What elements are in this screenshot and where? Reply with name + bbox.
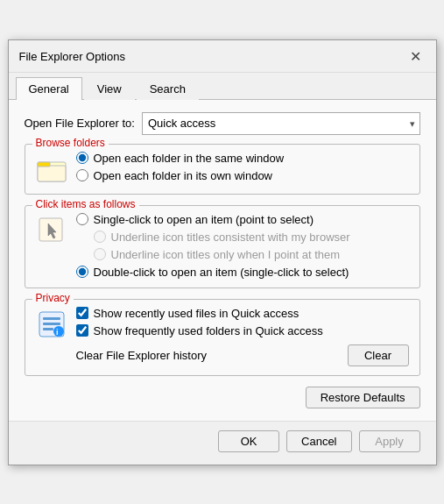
svg-point-9: [53, 326, 64, 337]
tab-view[interactable]: View: [84, 77, 135, 100]
svg-rect-6: [43, 317, 60, 320]
svg-rect-1: [38, 166, 66, 181]
tab-search[interactable]: Search: [137, 77, 199, 100]
clear-button[interactable]: Clear: [348, 344, 409, 366]
single-click-radio[interactable]: [76, 213, 88, 225]
same-window-radio[interactable]: [76, 152, 88, 164]
tab-general[interactable]: General: [16, 77, 82, 100]
browse-folders-group: Browse folders Open each folder in the s…: [25, 144, 420, 195]
same-window-row: Open each folder in the same window: [76, 152, 285, 165]
privacy-label: Privacy: [32, 292, 74, 304]
cancel-button[interactable]: Cancel: [286, 430, 351, 452]
cursor-icon: [36, 215, 67, 246]
recent-files-checkbox[interactable]: [76, 307, 88, 319]
click-items-content: Single-click to open an item (point to s…: [36, 213, 409, 279]
open-to-label: Open File Explorer to:: [25, 117, 135, 130]
dialog: File Explorer Options ✕ General View Sea…: [8, 39, 437, 465]
title-bar: File Explorer Options ✕: [9, 40, 436, 73]
restore-defaults-button[interactable]: Restore Defaults: [306, 387, 420, 408]
frequent-folders-row: Show frequently used folders in Quick ac…: [76, 324, 409, 337]
open-to-select[interactable]: Quick access This PC: [142, 112, 420, 135]
same-window-label[interactable]: Open each folder in the same window: [94, 152, 285, 165]
dialog-footer: OK Cancel Apply: [9, 421, 436, 465]
folder-icon: [36, 153, 67, 185]
underline-browser-row: Underline icon titles consistent with my…: [76, 231, 350, 244]
underline-hover-row: Underline icon titles only when I point …: [76, 248, 350, 261]
double-click-row: Double-click to open an item (single-cli…: [76, 266, 350, 279]
click-items-label: Click items as follows: [32, 198, 139, 210]
privacy-group: Privacy i Show recently used files in Qu…: [25, 299, 420, 376]
recent-files-label[interactable]: Show recently used files in Quick access: [94, 307, 300, 320]
svg-rect-2: [38, 162, 50, 167]
click-radio-group: Single-click to open an item (point to s…: [76, 213, 350, 279]
tab-bar: General View Search: [9, 73, 436, 100]
browse-radio-group: Open each folder in the same window Open…: [76, 152, 285, 182]
recent-files-row: Show recently used files in Quick access: [76, 307, 409, 320]
underline-browser-radio[interactable]: [94, 231, 106, 243]
privacy-controls: Show recently used files in Quick access…: [76, 307, 409, 366]
underline-hover-radio[interactable]: [94, 248, 106, 260]
svg-text:i: i: [56, 328, 59, 337]
apply-button[interactable]: Apply: [359, 430, 420, 452]
close-button[interactable]: ✕: [406, 47, 426, 67]
underline-hover-label: Underline icon titles only when I point …: [111, 248, 341, 261]
clear-row: Clear File Explorer history Clear: [76, 344, 409, 366]
dialog-title: File Explorer Options: [19, 50, 125, 63]
browse-folders-content: Open each folder in the same window Open…: [36, 152, 409, 185]
frequent-folders-checkbox[interactable]: [76, 324, 88, 337]
svg-rect-8: [43, 328, 53, 330]
frequent-folders-label[interactable]: Show frequently used folders in Quick ac…: [94, 324, 323, 337]
privacy-content: i Show recently used files in Quick acce…: [36, 307, 409, 366]
clear-history-label: Clear File Explorer history: [76, 349, 208, 362]
browse-folders-label: Browse folders: [32, 137, 109, 149]
own-window-radio[interactable]: [76, 169, 88, 181]
open-to-wrapper: Quick access This PC ▾: [142, 112, 420, 135]
single-click-label[interactable]: Single-click to open an item (point to s…: [94, 213, 314, 226]
single-click-row: Single-click to open an item (point to s…: [76, 213, 350, 226]
click-items-group: Click items as follows Single-click to o…: [25, 205, 420, 288]
svg-rect-7: [43, 323, 60, 325]
underline-browser-label: Underline icon titles consistent with my…: [111, 231, 350, 244]
open-to-row: Open File Explorer to: Quick access This…: [25, 112, 420, 135]
double-click-label[interactable]: Double-click to open an item (single-cli…: [94, 266, 349, 279]
own-window-row: Open each folder in its own window: [76, 169, 285, 182]
double-click-radio[interactable]: [76, 266, 88, 278]
privacy-icon: i: [36, 309, 67, 340]
own-window-label[interactable]: Open each folder in its own window: [94, 169, 273, 182]
restore-row: Restore Defaults: [25, 387, 420, 408]
privacy-check-group: Show recently used files in Quick access…: [76, 307, 409, 337]
ok-button[interactable]: OK: [218, 430, 279, 452]
tab-content: Open File Explorer to: Quick access This…: [9, 100, 436, 421]
